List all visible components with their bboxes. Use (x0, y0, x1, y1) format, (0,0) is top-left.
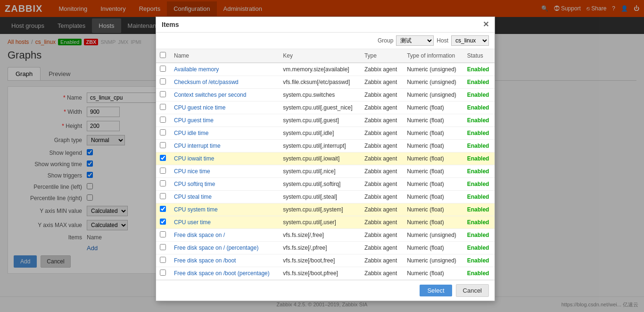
row-checkbox[interactable] (160, 142, 166, 148)
row-status: Enabled (463, 267, 495, 280)
item-name-link[interactable]: CPU nice time (174, 168, 210, 175)
table-row: Checksum of /etc/passwd vfs.file.cksum[/… (156, 76, 495, 89)
row-checkbox[interactable] (160, 219, 166, 225)
item-name-link[interactable]: CPU user time (174, 219, 211, 226)
row-checkbox[interactable] (160, 78, 166, 84)
row-type: Zabbix agent (361, 267, 403, 280)
col-key-header: Key (279, 49, 361, 63)
row-status: Enabled (463, 140, 495, 152)
row-checkbox-cell (156, 242, 170, 254)
table-row: CPU nice time system.cpu.util[,nice] Zab… (156, 165, 495, 178)
modal-cancel-button[interactable]: Cancel (456, 284, 489, 297)
row-type-info: Numeric (float) (403, 101, 463, 114)
row-status: Enabled (463, 101, 495, 114)
item-name-link[interactable]: Free disk space on / (174, 232, 225, 238)
row-checkbox-cell (156, 203, 170, 216)
row-key: system.cpu.util[,system] (279, 203, 361, 216)
row-checkbox-cell (156, 191, 170, 203)
item-name-link[interactable]: CPU guest time (174, 117, 214, 124)
item-name-link[interactable]: CPU idle time (174, 130, 208, 136)
row-name: CPU guest nice time (170, 101, 279, 114)
modal-close-button[interactable]: ✕ (483, 21, 489, 28)
items-table: Name Key Type Type of information Status… (156, 49, 495, 280)
row-key: system.cpu.util[,iowait] (279, 152, 361, 165)
row-checkbox[interactable] (160, 270, 166, 276)
table-row: CPU iowait time system.cpu.util[,iowait]… (156, 152, 495, 165)
item-name-link[interactable]: CPU guest nice time (174, 104, 225, 111)
select-button[interactable]: Select (420, 285, 452, 296)
row-type: Zabbix agent (361, 242, 403, 254)
row-checkbox[interactable] (160, 168, 166, 174)
row-type: Zabbix agent (361, 229, 403, 242)
row-type-info: Numeric (float) (403, 140, 463, 152)
row-checkbox[interactable] (160, 257, 166, 263)
table-row: CPU guest time system.cpu.util[,guest] Z… (156, 114, 495, 127)
item-name-link[interactable]: CPU system time (174, 206, 218, 213)
row-checkbox[interactable] (160, 206, 166, 212)
row-type: Zabbix agent (361, 127, 403, 140)
host-select[interactable]: cs_linux (451, 35, 489, 46)
row-checkbox[interactable] (160, 244, 166, 250)
row-name: CPU softirq time (170, 178, 279, 191)
row-type: Zabbix agent (361, 89, 403, 101)
row-name: Free disk space on /boot (percentage) (170, 267, 279, 280)
row-checkbox[interactable] (160, 104, 166, 110)
row-type: Zabbix agent (361, 216, 403, 229)
col-type-header: Type (361, 49, 403, 63)
row-key: system.cpu.util[,guest_nice] (279, 101, 361, 114)
row-status: Enabled (463, 165, 495, 178)
item-name-link[interactable]: Available memory (174, 66, 219, 73)
row-name: CPU steal time (170, 191, 279, 203)
row-checkbox[interactable] (160, 66, 166, 72)
row-type: Zabbix agent (361, 101, 403, 114)
row-type: Zabbix agent (361, 114, 403, 127)
row-key: vfs.fs.size[/,free] (279, 229, 361, 242)
row-type-info: Numeric (float) (403, 242, 463, 254)
row-checkbox[interactable] (160, 155, 166, 161)
item-name-link[interactable]: CPU steal time (174, 194, 212, 200)
item-name-link[interactable]: CPU softirq time (174, 181, 215, 187)
item-name-link[interactable]: Free disk space on /boot (percentage) (174, 270, 270, 277)
item-name-link[interactable]: CPU iowait time (174, 155, 214, 162)
row-key: system.cpu.switches (279, 89, 361, 101)
item-name-link[interactable]: Free disk space on / (percentage) (174, 245, 258, 251)
row-type-info: Numeric (float) (403, 127, 463, 140)
row-type-info: Numeric (unsigned) (403, 76, 463, 89)
row-checkbox[interactable] (160, 180, 166, 186)
row-checkbox-cell (156, 267, 170, 280)
row-checkbox-cell (156, 229, 170, 242)
row-status: Enabled (463, 191, 495, 203)
row-name: CPU system time (170, 203, 279, 216)
row-key: vfs.fs.size[/boot,free] (279, 254, 361, 267)
modal: Items ✕ Group 测试 Host cs_linux (156, 17, 495, 301)
row-status: Enabled (463, 76, 495, 89)
table-row: Free disk space on /boot (percentage) vf… (156, 267, 495, 280)
modal-toolbar: Group 测试 Host cs_linux (156, 33, 495, 49)
row-checkbox[interactable] (160, 231, 166, 237)
row-checkbox-cell (156, 254, 170, 267)
item-name-link[interactable]: Context switches per second (174, 92, 246, 98)
select-all-checkbox[interactable] (160, 52, 166, 58)
item-name-link[interactable]: Checksum of /etc/passwd (174, 79, 239, 85)
row-type: Zabbix agent (361, 165, 403, 178)
group-select[interactable]: 测试 (396, 35, 434, 46)
table-row: CPU interrupt time system.cpu.util[,inte… (156, 140, 495, 152)
row-key: vfs.fs.size[/,pfree] (279, 242, 361, 254)
row-checkbox[interactable] (160, 193, 166, 199)
table-row: Free disk space on /boot vfs.fs.size[/bo… (156, 254, 495, 267)
row-name: CPU nice time (170, 165, 279, 178)
row-type: Zabbix agent (361, 191, 403, 203)
modal-overlay[interactable]: Items ✕ Group 测试 Host cs_linux (0, 0, 644, 308)
row-checkbox-cell (156, 101, 170, 114)
row-checkbox[interactable] (160, 91, 166, 97)
item-name-link[interactable]: CPU interrupt time (174, 143, 221, 149)
row-key: system.cpu.util[,softirq] (279, 178, 361, 191)
row-checkbox[interactable] (160, 117, 166, 123)
col-name-header: Name (170, 49, 279, 63)
row-type-info: Numeric (unsigned) (403, 254, 463, 267)
table-row: Free disk space on / vfs.fs.size[/,free]… (156, 229, 495, 242)
item-name-link[interactable]: Free disk space on /boot (174, 257, 236, 264)
row-type-info: Numeric (float) (403, 216, 463, 229)
row-checkbox[interactable] (160, 129, 166, 135)
table-row: Available memory vm.memory.size[availabl… (156, 63, 495, 76)
